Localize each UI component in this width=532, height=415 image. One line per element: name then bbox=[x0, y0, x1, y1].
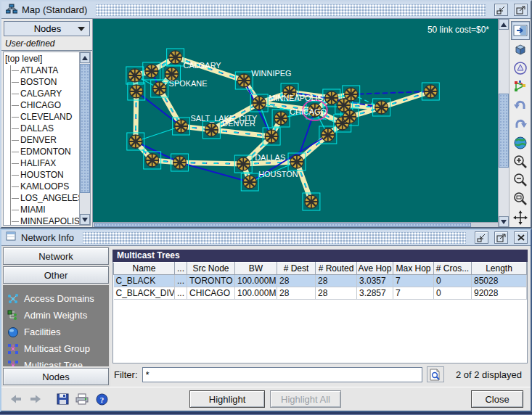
list-item-multicast-group[interactable]: Multicast Group bbox=[7, 340, 106, 357]
pan-icon[interactable] bbox=[511, 208, 530, 227]
table-row[interactable]: C_BLACK...TORONTO100.000M28283.035770850… bbox=[114, 275, 527, 287]
close-icon[interactable] bbox=[514, 231, 528, 244]
map-node-router-icon[interactable] bbox=[128, 69, 142, 82]
back-arrow-icon[interactable] bbox=[9, 392, 23, 406]
map-node-router-icon[interactable] bbox=[375, 101, 388, 114]
network-info-titlebar[interactable]: Network Info bbox=[1, 230, 531, 246]
map-node-router-icon[interactable] bbox=[205, 123, 218, 136]
scroll-down-icon[interactable] bbox=[499, 216, 509, 227]
minimize-icon[interactable] bbox=[494, 4, 508, 16]
map-node-router-icon[interactable] bbox=[175, 120, 188, 133]
map-node-router-icon[interactable] bbox=[153, 82, 166, 95]
column-header[interactable]: # Dest bbox=[277, 263, 316, 275]
filter-input[interactable] bbox=[142, 367, 422, 382]
map-node-router-icon[interactable] bbox=[146, 154, 159, 167]
map-node-router-icon[interactable] bbox=[305, 195, 318, 208]
topology-icon[interactable] bbox=[511, 77, 530, 96]
column-header[interactable]: Length bbox=[472, 263, 527, 275]
tree-item-denver[interactable]: DENVER bbox=[5, 134, 79, 146]
tree-item-dallas[interactable]: DALLAS bbox=[5, 123, 79, 134]
maximize-icon[interactable] bbox=[494, 231, 508, 244]
tree-item-kamloops[interactable]: KAMLOOPS bbox=[5, 181, 79, 192]
column-header[interactable]: Max Hop bbox=[393, 263, 434, 275]
help-icon[interactable]: ? bbox=[94, 392, 109, 406]
list-item-access-domains[interactable]: Access Domains bbox=[7, 290, 106, 307]
map-node-router-icon[interactable] bbox=[337, 99, 351, 112]
undo-icon[interactable] bbox=[511, 96, 530, 115]
map-node-router-icon[interactable] bbox=[253, 96, 266, 110]
scroll-down-icon[interactable] bbox=[80, 214, 90, 225]
minimize-icon[interactable] bbox=[475, 231, 488, 244]
map-node-router-icon[interactable] bbox=[424, 85, 437, 98]
tree-item-edmonton[interactable]: EDMONTON bbox=[5, 146, 79, 157]
tree-item-calgary[interactable]: CALGARY bbox=[5, 88, 79, 99]
column-header[interactable]: ... bbox=[175, 263, 187, 275]
list-item-admin-weights[interactable]: Admin Weights bbox=[7, 307, 106, 324]
list-item-multicast-tree[interactable]: Multicast Tree bbox=[7, 357, 106, 366]
table-row[interactable]: C_BLACK_DIV...CHICAGO100.000M28283.28577… bbox=[114, 287, 527, 300]
map-node-router-icon[interactable] bbox=[173, 156, 187, 169]
maximize-icon[interactable] bbox=[514, 4, 528, 16]
tree-item-chicago[interactable]: CHICAGO bbox=[5, 99, 79, 111]
map-node-router-icon[interactable] bbox=[343, 110, 356, 123]
column-header[interactable]: BW bbox=[235, 263, 277, 275]
scroll-up-icon[interactable] bbox=[499, 19, 509, 30]
map-node-router-icon[interactable] bbox=[290, 155, 303, 168]
column-header[interactable]: Src Node bbox=[187, 263, 235, 275]
tree-root-item[interactable]: [top level] bbox=[5, 53, 79, 65]
highlight-button[interactable]: Highlight bbox=[189, 390, 265, 408]
zoom-region-icon[interactable] bbox=[511, 189, 530, 208]
redo-icon[interactable] bbox=[511, 115, 530, 133]
tree-item-minneapolis[interactable]: MINNEAPOLIS bbox=[5, 215, 79, 225]
column-header[interactable]: Name bbox=[114, 263, 175, 275]
tree-item-los_angeles[interactable]: LOS_ANGELES bbox=[5, 192, 79, 204]
print-icon[interactable] bbox=[75, 392, 89, 406]
column-header[interactable]: # Routed bbox=[316, 263, 357, 275]
zoom-out-icon[interactable] bbox=[511, 171, 530, 190]
map-node-router-icon[interactable] bbox=[130, 85, 143, 98]
map-window-titlebar[interactable]: Map (Standard) bbox=[1, 1, 531, 19]
save-icon[interactable] bbox=[55, 392, 70, 406]
forward-arrow-icon[interactable] bbox=[28, 392, 43, 406]
map-node-router-icon[interactable] bbox=[265, 130, 278, 143]
tree-item-halifax[interactable]: HALIFAX bbox=[5, 157, 79, 169]
map-node-router-icon[interactable] bbox=[274, 112, 287, 125]
map-horizontal-scrollbar[interactable] bbox=[93, 222, 498, 227]
column-header[interactable]: Ave Hop bbox=[357, 263, 393, 275]
globe-icon[interactable] bbox=[511, 133, 530, 152]
scrollbar-thumb[interactable] bbox=[499, 94, 509, 168]
map-node-router-icon[interactable] bbox=[243, 176, 256, 189]
package-box-icon[interactable] bbox=[511, 40, 530, 59]
panel-toggle-icon[interactable] bbox=[511, 21, 530, 40]
multicast-trees-table[interactable]: Name...Src NodeBW# Dest# RoutedAve HopMa… bbox=[113, 262, 527, 300]
map-node-router-icon[interactable] bbox=[145, 65, 158, 78]
nodes-dropdown[interactable]: Nodes bbox=[4, 21, 90, 36]
map-node-router-icon[interactable] bbox=[237, 74, 250, 87]
map-svg[interactable]: CALGARYSPOKANEWINNIPEGMINNEAPOLISCHICAGO… bbox=[93, 19, 498, 222]
map-node-router-icon[interactable] bbox=[325, 91, 338, 104]
list-item-facilities[interactable]: Facilities bbox=[7, 324, 106, 340]
tree-item-houston[interactable]: HOUSTON bbox=[5, 169, 79, 181]
tree-item-atlanta[interactable]: ATLANTA bbox=[5, 65, 79, 76]
filter-search-button[interactable] bbox=[427, 366, 444, 382]
tab-other[interactable]: Other bbox=[3, 266, 109, 284]
tree-item-cleveland[interactable]: CLEVELAND bbox=[5, 111, 79, 123]
map-canvas[interactable]: CALGARYSPOKANEWINNIPEGMINNEAPOLISCHICAGO… bbox=[93, 19, 498, 222]
scrollbar-thumb[interactable] bbox=[80, 64, 90, 193]
tree-item-miami[interactable]: MIAMI bbox=[5, 204, 79, 215]
close-button[interactable]: Close bbox=[471, 390, 523, 408]
zoom-in-icon[interactable] bbox=[511, 152, 530, 171]
tab-nodes[interactable]: Nodes bbox=[3, 368, 109, 385]
map-node-router-icon[interactable] bbox=[129, 135, 142, 148]
map-node-router-icon[interactable] bbox=[169, 51, 182, 64]
map-vertical-scrollbar[interactable] bbox=[498, 19, 509, 227]
column-header[interactable]: # Cros... bbox=[434, 263, 472, 275]
legend-circle-icon[interactable] bbox=[511, 59, 530, 78]
map-node-router-icon[interactable] bbox=[237, 157, 250, 170]
scroll-up-icon[interactable] bbox=[80, 52, 90, 63]
tree-scrollbar[interactable] bbox=[79, 52, 90, 225]
tree-item-boston[interactable]: BOSTON bbox=[5, 76, 79, 88]
tab-network[interactable]: Network bbox=[3, 247, 109, 265]
map-node-router-icon[interactable] bbox=[322, 128, 335, 141]
highlight-all-button[interactable]: Highlight All bbox=[270, 390, 341, 408]
